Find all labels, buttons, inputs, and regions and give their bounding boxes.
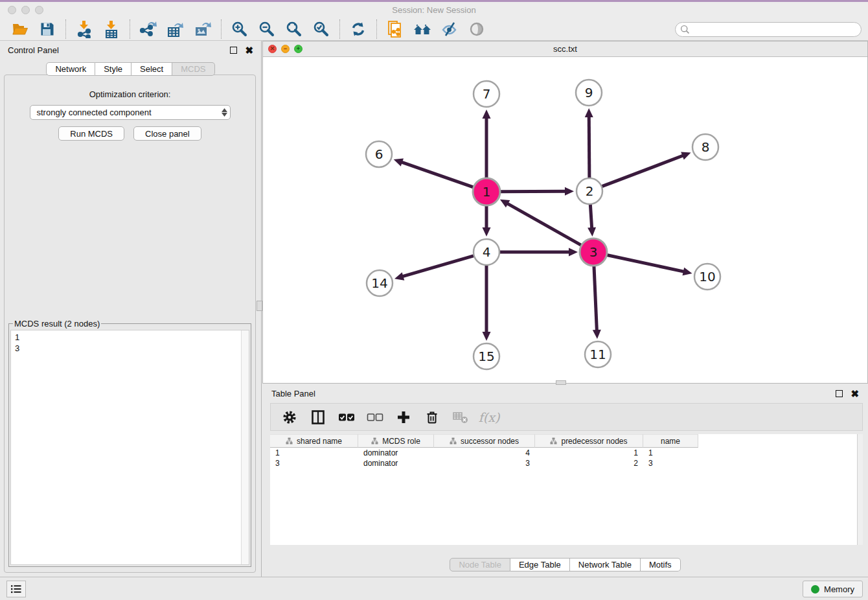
destroy-table-icon[interactable] bbox=[452, 409, 469, 426]
add-column-icon[interactable] bbox=[395, 409, 412, 426]
tab-motifs[interactable]: Motifs bbox=[641, 558, 681, 571]
column-tree-icon bbox=[371, 437, 378, 444]
graph-edge[interactable] bbox=[499, 191, 566, 192]
import-table-icon[interactable] bbox=[102, 20, 121, 38]
graph-edge[interactable] bbox=[507, 203, 582, 246]
column-tree-icon bbox=[550, 437, 557, 444]
split-panel-icon[interactable] bbox=[310, 409, 326, 426]
graph-edge-arrowhead bbox=[593, 330, 601, 339]
graph-edge[interactable] bbox=[602, 156, 684, 187]
table-cell[interactable]: dominator bbox=[358, 448, 434, 458]
hide-details-icon[interactable] bbox=[440, 20, 459, 38]
control-panel-tabs: Network Style Select MCDS bbox=[0, 62, 261, 76]
gear-icon[interactable] bbox=[281, 409, 298, 426]
column-header[interactable]: name bbox=[643, 434, 698, 448]
column-header[interactable]: successor nodes bbox=[434, 434, 535, 448]
tab-mcds[interactable]: MCDS bbox=[172, 62, 214, 76]
tab-edge-table[interactable]: Edge Table bbox=[510, 558, 570, 571]
tab-network-table[interactable]: Network Table bbox=[570, 558, 641, 571]
column-header[interactable]: shared name bbox=[270, 434, 358, 448]
clone-network-icon[interactable] bbox=[385, 20, 405, 38]
graph-node-label: 11 bbox=[589, 347, 606, 362]
table-scrollbar[interactable] bbox=[857, 434, 863, 545]
graph-edge-arrowhead bbox=[569, 248, 578, 257]
graph-edge-arrowhead bbox=[585, 108, 593, 117]
save-session-icon[interactable] bbox=[38, 20, 57, 38]
run-mcds-button[interactable]: Run MCDS bbox=[58, 126, 124, 141]
search-field[interactable] bbox=[675, 22, 862, 37]
eye-icon[interactable] bbox=[467, 20, 486, 38]
open-file-icon[interactable] bbox=[10, 20, 30, 38]
toolbar-separator bbox=[130, 19, 130, 39]
chevron-up-down-icon bbox=[222, 108, 227, 117]
graph-edge-arrowhead bbox=[588, 227, 596, 237]
table-cell[interactable]: 1 bbox=[643, 448, 698, 458]
app-titlebar: Session: New Session bbox=[0, 2, 868, 18]
graph-node-label: 1 bbox=[483, 184, 491, 200]
graph-edge[interactable] bbox=[401, 162, 474, 188]
export-image-icon[interactable] bbox=[193, 20, 212, 38]
memory-status-icon bbox=[811, 585, 819, 594]
tab-style[interactable]: Style bbox=[95, 62, 131, 76]
mcds-result-textarea[interactable]: 1 3 bbox=[10, 330, 249, 565]
table-row[interactable]: 3dominator323 bbox=[270, 458, 863, 468]
graph-edge[interactable] bbox=[590, 204, 591, 229]
graph-edge-arrowhead bbox=[483, 227, 491, 237]
column-header[interactable]: MCDS role bbox=[358, 434, 434, 448]
table-row[interactable]: 1dominator411 bbox=[270, 448, 863, 458]
table-cell[interactable]: 1 bbox=[535, 448, 643, 458]
delete-column-icon[interactable] bbox=[424, 409, 440, 426]
mcds-result-scrollbar[interactable] bbox=[241, 330, 249, 564]
select-all-icon[interactable] bbox=[338, 409, 355, 426]
node-table: shared nameMCDS rolesuccessor nodesprede… bbox=[270, 434, 863, 545]
close-panel-button[interactable]: Close panel bbox=[133, 126, 201, 141]
graph-node-label: 6 bbox=[375, 146, 383, 162]
zoom-in-icon[interactable] bbox=[230, 20, 249, 38]
table-cell[interactable]: 1 bbox=[270, 448, 358, 458]
unselect-all-icon[interactable] bbox=[367, 409, 383, 426]
import-network-icon[interactable] bbox=[74, 20, 94, 38]
panel-resize-handle-horizontal[interactable] bbox=[556, 380, 566, 385]
zoom-selected-icon[interactable] bbox=[312, 20, 331, 38]
graph-edge[interactable] bbox=[402, 256, 474, 277]
function-builder-icon[interactable]: f(x) bbox=[481, 409, 497, 426]
float-panel-icon[interactable] bbox=[230, 47, 237, 54]
graph-edge[interactable] bbox=[594, 265, 597, 331]
column-header[interactable]: predecessor nodes bbox=[535, 434, 643, 448]
memory-button[interactable]: Memory bbox=[803, 581, 863, 597]
first-neighbors-icon[interactable] bbox=[413, 20, 432, 38]
zoom-fit-icon[interactable] bbox=[284, 20, 304, 38]
column-header-label: shared name bbox=[297, 437, 342, 446]
network-window-titlebar[interactable]: ✕ − + scc.txt bbox=[263, 41, 867, 57]
function-builder-label: f(x) bbox=[479, 410, 500, 424]
network-canvas[interactable]: 7968124314101511 bbox=[263, 57, 867, 383]
close-table-panel-icon[interactable]: ✖ bbox=[851, 390, 859, 397]
float-table-panel-icon[interactable] bbox=[836, 390, 843, 397]
export-network-icon[interactable] bbox=[139, 20, 158, 38]
table-header-row: shared nameMCDS rolesuccessor nodesprede… bbox=[270, 434, 863, 448]
graph-edge[interactable] bbox=[606, 255, 685, 271]
search-input[interactable] bbox=[690, 23, 861, 35]
refresh-icon[interactable] bbox=[348, 20, 368, 38]
list-icon bbox=[10, 584, 22, 594]
graph-node-label: 15 bbox=[478, 349, 494, 364]
table-cell[interactable]: 3 bbox=[643, 458, 698, 468]
table-cell[interactable]: 4 bbox=[434, 448, 535, 458]
main-toolbar bbox=[0, 18, 868, 41]
table-cell[interactable]: 3 bbox=[270, 458, 358, 468]
table-cell[interactable]: 2 bbox=[535, 458, 643, 468]
optimization-criterion-select[interactable]: strongly connected component bbox=[30, 105, 231, 120]
close-panel-icon[interactable]: ✖ bbox=[245, 47, 253, 54]
toolbar-separator bbox=[221, 19, 222, 39]
table-toolbar: f(x) bbox=[270, 403, 863, 431]
tab-network[interactable]: Network bbox=[46, 62, 95, 76]
graph-edge[interactable] bbox=[589, 116, 589, 178]
tab-select[interactable]: Select bbox=[131, 62, 172, 76]
zoom-out-icon[interactable] bbox=[257, 20, 277, 38]
export-table-icon[interactable] bbox=[166, 20, 185, 38]
tab-node-table[interactable]: Node Table bbox=[450, 558, 510, 571]
table-cell[interactable]: 3 bbox=[434, 458, 535, 468]
table-cell[interactable]: dominator bbox=[358, 458, 434, 468]
panel-resize-handle-vertical[interactable] bbox=[257, 301, 262, 311]
show-panels-button[interactable] bbox=[6, 581, 26, 597]
